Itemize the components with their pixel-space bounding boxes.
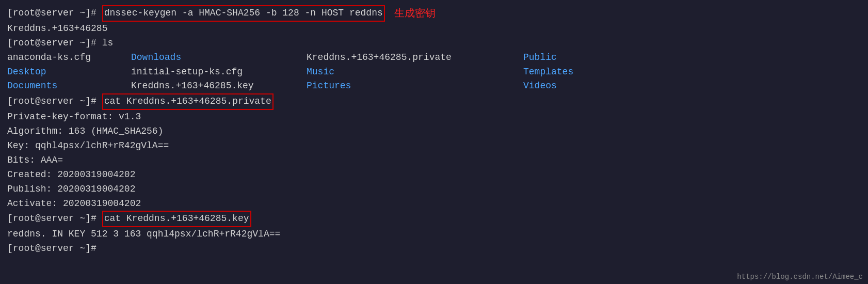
activate-value: Activate: 20200319004202 (7, 197, 141, 211)
ls-output: anaconda-ks.cfg Downloads Kreddns.+163+4… (7, 51, 861, 94)
bits-value: Bits: AAA= (7, 153, 63, 168)
ls-cell-videos: Videos (523, 79, 626, 93)
ls-cell-desktop: Desktop (7, 65, 131, 80)
prompt-2: [root@server ~]# (7, 36, 102, 51)
prompt-4: [root@server ~]# (7, 212, 102, 226)
ls-cell-anaconda: anaconda-ks.cfg (7, 51, 131, 65)
prompt-final: [root@server ~]# (7, 242, 102, 256)
algorithm: Algorithm: 163 (HMAC_SHA256) (7, 124, 163, 139)
key-value: Key: qqhl4psx/lchR+rR42gVlA== (7, 139, 169, 153)
line-dnssec-keygen: [root@server ~]# dnssec-keygen -a HMAC-S… (7, 5, 861, 22)
ls-cell-kreddns-private: Kreddns.+163+46285.private (307, 51, 523, 65)
command-cat-private: cat Kreddns.+163+46285.private (102, 93, 274, 110)
line-kreddns-output: Kreddns.+163+46285 (7, 22, 861, 36)
ls-cell-public: Public (523, 51, 626, 65)
line-cat-private-cmd: [root@server ~]# cat Kreddns.+163+46285.… (7, 93, 861, 110)
ls-cell-templates: Templates (523, 65, 626, 80)
prompt-1: [root@server ~]# (7, 6, 102, 21)
line-publish: Publish: 20200319004202 (7, 182, 861, 197)
created-value: Created: 20200319004202 (7, 168, 135, 182)
ls-cell-pictures: Pictures (307, 79, 523, 93)
line-key-content: reddns. IN KEY 512 3 163 qqhl4psx/lchR+r… (7, 227, 861, 242)
line-algorithm: Algorithm: 163 (HMAC_SHA256) (7, 124, 861, 139)
line-private-key-format: Private-key-format: v1.3 (7, 110, 861, 124)
private-key-format: Private-key-format: v1.3 (7, 110, 141, 124)
ls-cell-downloads: Downloads (131, 51, 307, 65)
line-created: Created: 20200319004202 (7, 168, 861, 182)
command-dnssec-keygen: dnssec-keygen -a HMAC-SHA256 -b 128 -n H… (102, 5, 385, 22)
prompt-3: [root@server ~]# (7, 94, 102, 109)
line-activate: Activate: 20200319004202 (7, 197, 861, 211)
line-cat-key-cmd: [root@server ~]# cat Kreddns.+163+46285.… (7, 211, 861, 227)
ls-cell-initial-setup: initial-setup-ks.cfg (131, 65, 307, 80)
line-bits: Bits: AAA= (7, 153, 861, 168)
publish-value: Publish: 20200319004202 (7, 182, 135, 197)
kreddns-result: Kreddns.+163+46285 (7, 22, 107, 36)
terminal: [root@server ~]# dnssec-keygen -a HMAC-S… (0, 0, 868, 284)
line-final-prompt: [root@server ~]# (7, 242, 861, 256)
watermark: https://blog.csdn.net/Aimee_c (737, 273, 863, 281)
command-ls: ls (102, 36, 114, 51)
key-file-content: reddns. IN KEY 512 3 163 qqhl4psx/lchR+r… (7, 227, 280, 242)
line-key: Key: qqhl4psx/lchR+rR42gVlA== (7, 139, 861, 153)
ls-cell-kreddns-key: Kreddns.+163+46285.key (131, 79, 307, 93)
ls-cell-music: Music (307, 65, 523, 80)
line-ls-command: [root@server ~]# ls (7, 36, 861, 51)
ls-cell-documents: Documents (7, 79, 131, 93)
annotation-generate-key: 生成密钥 (394, 5, 436, 21)
command-cat-key: cat Kreddns.+163+46285.key (102, 211, 251, 227)
